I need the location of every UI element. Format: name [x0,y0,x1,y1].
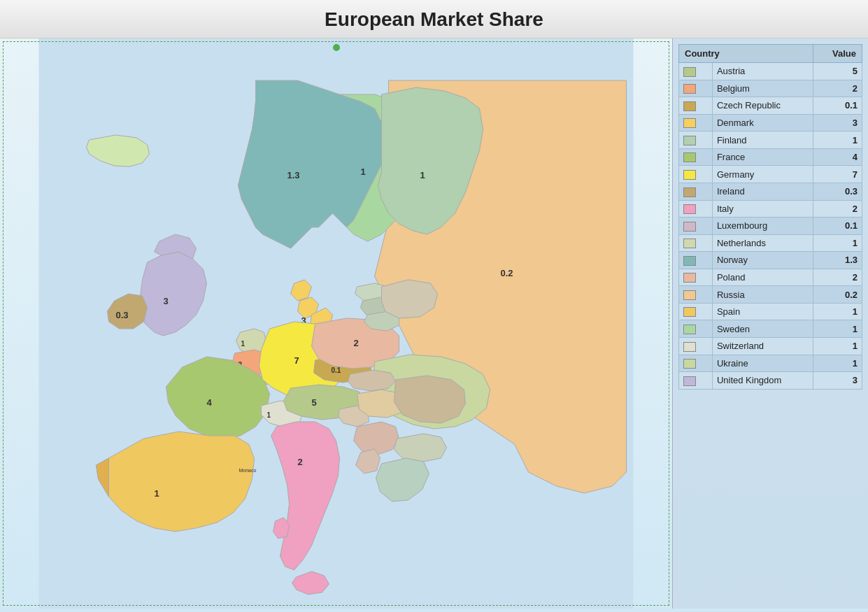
color-swatch [683,239,696,248]
legend-country-name: Luxembourg [712,218,813,235]
color-swatch [683,136,696,145]
legend-value: 1 [813,355,862,372]
map-indicator-dot [333,44,340,51]
legend-row: Germany7 [679,166,862,183]
legend-country-name: Ukraine [712,355,813,372]
legend-color-cell [679,303,713,320]
legend-row: Ireland0.3 [679,183,862,200]
legend-color-cell [679,269,713,286]
color-swatch [683,67,696,77]
legend-color-cell [679,166,713,183]
legend-country-name: United Kingdom [712,372,813,390]
legend-row: Spain1 [679,303,862,320]
svg-text:Monaco: Monaco [239,468,257,473]
legend-country-name: Sweden [712,320,813,338]
legend-country-name: Ireland [712,183,813,200]
legend-country-name: Norway [712,252,813,269]
legend-color-cell [679,80,713,97]
legend-row: Switzerland1 [679,338,862,355]
color-swatch [683,325,696,334]
legend-color-cell [679,63,713,80]
legend-value: 1 [813,320,862,338]
legend-color-cell [679,97,713,115]
color-swatch [683,342,696,352]
legend-value: 3 [813,372,862,390]
legend-country-name: Poland [712,269,813,286]
legend-value: 4 [813,148,862,166]
legend-row: Denmark3 [679,114,862,131]
color-swatch [683,359,696,369]
color-swatch [683,187,696,197]
legend-row: Sweden1 [679,320,862,338]
legend-value: 0.3 [813,183,862,200]
legend-table: Country Value Austria5Belgium2Czech Repu… [672,38,868,609]
color-swatch [683,101,696,111]
title-bar: European Market Share [0,0,868,38]
legend-row: France4 [679,148,862,166]
legend-color-cell [679,183,713,200]
color-swatch [683,256,696,266]
legend-value: 1.3 [813,252,862,269]
legend-color-cell [679,355,713,372]
legend-value: 1 [813,131,862,149]
legend-country-name: Netherlands [712,234,813,252]
legend-country-name: Russia [712,286,813,304]
legend-row: Austria5 [679,63,862,80]
legend-country-name: Czech Republic [712,97,813,115]
color-swatch [683,152,696,162]
legend-country-name: Belgium [712,80,813,97]
legend-color-cell [679,338,713,355]
legend-country-name: France [712,148,813,166]
legend-country-header: Country [679,45,813,63]
legend-value: 3 [813,114,862,131]
legend-country-name: Switzerland [712,338,813,355]
legend-row: United Kingdom3 [679,372,862,390]
legend-value: 1 [813,234,862,252]
legend-row: Luxembourg0.1 [679,218,862,235]
legend-row: Finland1 [679,131,862,149]
legend-country-name: Austria [712,63,813,80]
legend-color-cell [679,131,713,149]
legend-row: Italy2 [679,200,862,218]
color-swatch [683,222,696,232]
legend-row: Poland2 [679,269,862,286]
legend-row: Norway1.3 [679,252,862,269]
legend-color-cell [679,320,713,338]
color-swatch [683,204,696,214]
color-swatch [683,273,696,283]
color-swatch [683,118,696,128]
legend-color-cell [679,234,713,252]
legend-row: Russia0.2 [679,286,862,304]
legend-color-cell [679,218,713,235]
page-title: European Market Share [0,8,868,31]
legend-value: 2 [813,269,862,286]
legend-value-header: Value [813,45,862,63]
legend-row: Ukraine1 [679,355,862,372]
legend-value: 1 [813,338,862,355]
legend-value: 1 [813,303,862,320]
legend-value: 2 [813,80,862,97]
legend-value: 0.1 [813,218,862,235]
legend-color-cell [679,286,713,304]
legend-country-name: Finland [712,131,813,149]
legend-country-name: Italy [712,200,813,218]
legend-color-cell [679,114,713,131]
legend-value: 7 [813,166,862,183]
legend-country-name: Denmark [712,114,813,131]
color-swatch [683,307,696,317]
color-swatch [683,376,696,386]
color-swatch [683,170,696,180]
legend-country-name: Spain [712,303,813,320]
color-swatch [683,84,696,94]
legend-row: Czech Republic0.1 [679,97,862,115]
legend-country-name: Germany [712,166,813,183]
legend-color-cell [679,372,713,390]
legend-value: 2 [813,200,862,218]
map-area: 0.2 1.3 1 1 3 3 0.3 [0,38,672,609]
legend-color-cell [679,200,713,218]
legend-row: Belgium2 [679,80,862,97]
legend-color-cell [679,252,713,269]
legend-row: Netherlands1 [679,234,862,252]
legend-value: 0.1 [813,97,862,115]
legend-color-cell [679,148,713,166]
